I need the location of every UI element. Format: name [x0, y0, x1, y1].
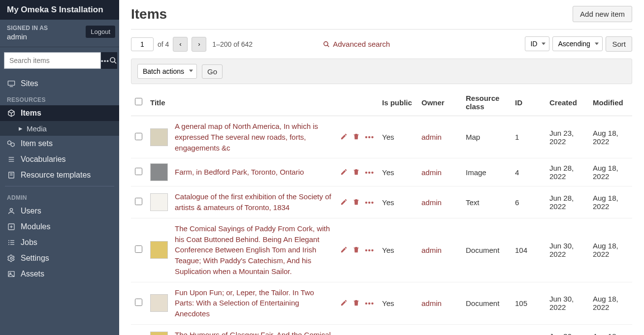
nav-heading-resources: RESOURCES	[0, 91, 119, 105]
col-modified[interactable]: Modified	[589, 89, 632, 116]
add-new-item-button[interactable]: Add new item	[573, 6, 632, 22]
row-checkbox[interactable]	[135, 168, 142, 175]
cell-resource-class: Document	[462, 282, 511, 324]
nav-modules[interactable]: Modules	[0, 219, 119, 235]
col-resource-class[interactable]: Resource class	[462, 89, 511, 116]
batch-actions-select[interactable]: Batch actions	[137, 64, 197, 79]
owner-link[interactable]: admin	[421, 299, 442, 307]
table-row: Catalogue of the first exhibition of the…	[131, 186, 632, 218]
row-checkbox[interactable]	[135, 245, 142, 253]
search-options-button[interactable]: •••	[101, 52, 109, 69]
list-icon	[7, 155, 16, 163]
ellipsis-icon[interactable]: •••	[365, 299, 374, 307]
cell-is-public: Yes	[378, 158, 418, 186]
item-title-link[interactable]: The Comical Sayings of Paddy From Cork, …	[175, 223, 335, 277]
signed-in-block: SIGNED IN AS admin Logout	[0, 20, 119, 47]
nav-assets[interactable]: Assets	[0, 266, 119, 282]
ellipsis-icon: •••	[101, 57, 109, 64]
search-submit-button[interactable]	[109, 52, 117, 69]
col-created[interactable]: Created	[546, 89, 589, 116]
select-all-checkbox[interactable]	[135, 98, 142, 105]
row-checkbox[interactable]	[135, 198, 142, 205]
prev-page-button[interactable]: ‹	[173, 37, 188, 52]
advanced-search-link[interactable]: Advanced search	[323, 40, 390, 48]
svg-point-24	[324, 41, 328, 45]
ellipsis-icon[interactable]: •••	[365, 246, 374, 254]
tasks-icon	[7, 239, 16, 246]
items-table: Title Is public Owner Resource class ID …	[131, 89, 632, 335]
nav-media[interactable]: ▸ Media	[0, 121, 119, 136]
cell-is-public: Yes	[378, 116, 418, 158]
cell-id: 104	[511, 218, 546, 282]
nav-settings[interactable]: Settings	[0, 250, 119, 266]
plus-square-icon	[7, 223, 16, 231]
sort-direction-select[interactable]: Ascending	[552, 36, 603, 51]
logout-button[interactable]: Logout	[86, 26, 115, 38]
cubes-icon	[7, 140, 16, 148]
svg-point-0	[110, 58, 115, 62]
nav-label: Sites	[21, 79, 38, 88]
nav-divider	[5, 186, 114, 186]
item-thumbnail[interactable]	[150, 241, 168, 259]
row-checkbox[interactable]	[135, 299, 142, 306]
edit-icon[interactable]	[340, 133, 348, 141]
sort-field-select[interactable]: ID	[525, 36, 549, 51]
trash-icon[interactable]	[353, 133, 360, 141]
ellipsis-icon[interactable]: •••	[365, 133, 374, 141]
owner-link[interactable]: admin	[421, 168, 442, 177]
col-title[interactable]: Title	[146, 89, 378, 116]
nav-label: Item sets	[21, 139, 53, 148]
nav-item-sets[interactable]: Item sets	[0, 136, 119, 152]
nav-label: Assets	[21, 270, 44, 278]
brand-title[interactable]: My Omeka S Installation	[0, 0, 119, 20]
item-title-link[interactable]: The Humours of Glasgow Fair. And the Com…	[175, 330, 335, 335]
search-input[interactable]	[4, 52, 101, 69]
item-thumbnail[interactable]	[150, 294, 168, 312]
row-checkbox[interactable]	[135, 133, 142, 140]
ellipsis-icon[interactable]: •••	[365, 168, 374, 177]
item-title-link[interactable]: Catalogue of the first exhibition of the…	[175, 191, 335, 213]
svg-line-25	[327, 45, 329, 47]
item-thumbnail[interactable]	[150, 332, 168, 335]
edit-icon[interactable]	[340, 168, 348, 177]
trash-icon[interactable]	[353, 246, 360, 254]
batch-go-button[interactable]: Go	[202, 64, 223, 79]
nav-label: Resource templates	[21, 171, 91, 180]
svg-rect-2	[8, 81, 14, 86]
nav-users[interactable]: Users	[0, 203, 119, 219]
edit-icon[interactable]	[340, 246, 348, 254]
col-owner[interactable]: Owner	[418, 89, 462, 116]
trash-icon[interactable]	[353, 198, 360, 207]
nav-items[interactable]: Items	[0, 105, 119, 121]
sort-button[interactable]: Sort	[606, 36, 632, 52]
nav-label: Users	[21, 207, 41, 215]
col-is-public[interactable]: Is public	[378, 89, 418, 116]
cube-icon	[7, 109, 16, 117]
edit-icon[interactable]	[340, 299, 348, 307]
trash-icon[interactable]	[353, 299, 360, 307]
owner-link[interactable]: admin	[421, 246, 442, 254]
nav-jobs[interactable]: Jobs	[0, 235, 119, 250]
item-thumbnail[interactable]	[150, 163, 168, 181]
cell-resource-class: Image	[462, 158, 511, 186]
edit-icon[interactable]	[340, 198, 348, 207]
item-title-link[interactable]: Farm, in Bedford Park, Toronto, Ontario	[175, 167, 304, 178]
nav-vocabularies[interactable]: Vocabularies	[0, 152, 119, 167]
ellipsis-icon[interactable]: •••	[365, 198, 374, 207]
gear-icon	[7, 254, 16, 262]
item-thumbnail[interactable]	[150, 128, 168, 146]
item-title-link[interactable]: Fun Upon Fun; or, Leper, the Tailor. In …	[175, 287, 335, 319]
nav-resource-templates[interactable]: Resource templates	[0, 167, 119, 183]
owner-link[interactable]: admin	[421, 198, 442, 207]
item-thumbnail[interactable]	[150, 193, 168, 211]
next-page-button[interactable]: ›	[192, 37, 206, 52]
nav-label: Settings	[21, 254, 49, 263]
owner-link[interactable]: admin	[421, 133, 442, 141]
cell-is-public: Yes	[378, 218, 418, 282]
nav-sites[interactable]: Sites	[0, 76, 119, 91]
trash-icon[interactable]	[353, 168, 360, 177]
page-number-input[interactable]	[131, 37, 154, 51]
col-id[interactable]: ID	[511, 89, 546, 116]
cell-is-public: Yes	[378, 186, 418, 218]
item-title-link[interactable]: A general map of North America, In which…	[175, 121, 335, 153]
